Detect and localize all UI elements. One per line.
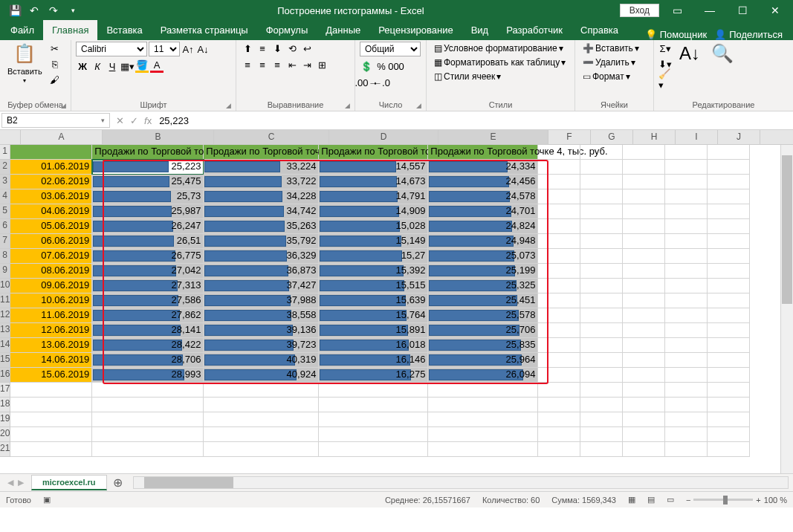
sum-icon[interactable]: Σ▾: [658, 42, 672, 55]
cell-I11[interactable]: [665, 293, 708, 308]
cell-G21[interactable]: [580, 442, 623, 457]
cell-H14[interactable]: [623, 338, 665, 353]
col-header-D[interactable]: D: [329, 130, 438, 144]
cell-A18[interactable]: [10, 398, 92, 412]
cell-J9[interactable]: [708, 264, 750, 279]
cell-I15[interactable]: [665, 353, 708, 368]
maximize-icon[interactable]: ☐: [728, 0, 757, 21]
cell-B14[interactable]: 28,422: [92, 338, 204, 353]
cell-C19[interactable]: [204, 412, 319, 427]
cell-A17[interactable]: [10, 383, 92, 398]
cell-J17[interactable]: [708, 383, 750, 398]
cell-A1[interactable]: [10, 145, 92, 160]
font-size[interactable]: 11: [149, 42, 180, 56]
tab-help[interactable]: Справка: [572, 20, 627, 40]
cell-E12[interactable]: 25,578: [428, 308, 538, 323]
cell-E1[interactable]: Продажи по Торговой точке 4, тыс. руб.: [428, 145, 538, 160]
indent-icon[interactable]: ⇥: [300, 58, 314, 71]
tellme[interactable]: 💡 Помощник: [645, 29, 708, 40]
qat-dropdown-icon[interactable]: ▾: [64, 1, 82, 19]
zoom-in-icon[interactable]: +: [756, 496, 760, 505]
cell-A15[interactable]: 14.06.2019: [10, 353, 92, 368]
col-header-I[interactable]: I: [676, 130, 718, 144]
cell-D20[interactable]: [319, 427, 428, 442]
cell-B3[interactable]: 25,475: [92, 175, 204, 189]
orient-icon[interactable]: ⟲: [285, 42, 299, 55]
cell-D14[interactable]: 16,018: [319, 338, 428, 353]
name-box[interactable]: B2▾: [1, 113, 110, 128]
cell-E15[interactable]: 25,964: [428, 353, 538, 368]
cell-B12[interactable]: 27,862: [92, 308, 204, 323]
font-name[interactable]: Calibri: [76, 42, 147, 56]
cell-A14[interactable]: 13.06.2019: [10, 338, 92, 353]
cell-B16[interactable]: 28,993: [92, 368, 204, 383]
cell-F15[interactable]: [538, 353, 580, 368]
cell-G6[interactable]: [580, 219, 623, 234]
cut-icon[interactable]: ✂: [48, 42, 62, 55]
cell-A11[interactable]: 10.06.2019: [10, 293, 92, 308]
cell-H11[interactable]: [623, 293, 665, 308]
cell-J1[interactable]: [708, 145, 750, 160]
cell-G13[interactable]: [580, 323, 623, 338]
clear-icon[interactable]: 🧹▾: [658, 73, 672, 86]
minimize-icon[interactable]: —: [695, 0, 725, 21]
vertical-scrollbar[interactable]: [780, 145, 793, 473]
align-right-icon[interactable]: ≡: [271, 58, 284, 71]
font-launcher[interactable]: ◢: [226, 102, 231, 109]
cell-E9[interactable]: 25,199: [428, 264, 538, 279]
cell-J2[interactable]: [708, 160, 750, 175]
cell-I16[interactable]: [665, 368, 708, 383]
tab-data[interactable]: Данные: [317, 20, 369, 40]
cell-I18[interactable]: [665, 398, 708, 412]
cell-C1[interactable]: Продажи по Торговой точке 2, тыс. руб.: [204, 145, 319, 160]
cell-J10[interactable]: [708, 279, 750, 293]
bold-button[interactable]: Ж: [76, 59, 89, 73]
login-button[interactable]: Вход: [620, 4, 659, 17]
cell-F9[interactable]: [538, 264, 580, 279]
cell-A19[interactable]: [10, 412, 92, 427]
cell-F14[interactable]: [538, 338, 580, 353]
underline-button[interactable]: Ч: [106, 59, 119, 73]
cell-H2[interactable]: [623, 160, 665, 175]
cell-F18[interactable]: [538, 398, 580, 412]
col-header-H[interactable]: H: [633, 130, 676, 144]
cell-G4[interactable]: [580, 189, 623, 204]
cell-E2[interactable]: 24,334: [428, 160, 538, 175]
cell-J13[interactable]: [708, 323, 750, 338]
cell-G10[interactable]: [580, 279, 623, 293]
cell-B10[interactable]: 27,313: [92, 279, 204, 293]
undo-icon[interactable]: ↶: [25, 1, 43, 19]
cancel-fx-icon[interactable]: ✕: [116, 115, 124, 126]
cell-A10[interactable]: 09.06.2019: [10, 279, 92, 293]
formula-input[interactable]: [158, 114, 793, 128]
col-header-F[interactable]: F: [548, 130, 591, 144]
cell-H6[interactable]: [623, 219, 665, 234]
cell-A13[interactable]: 12.06.2019: [10, 323, 92, 338]
copy-icon[interactable]: ⎘: [48, 57, 62, 71]
cell-E7[interactable]: 24,948: [428, 234, 538, 249]
cell-I2[interactable]: [665, 160, 708, 175]
painter-icon[interactable]: 🖌: [48, 73, 62, 86]
dec-decimal-icon[interactable]: ←.0: [375, 76, 388, 89]
cell-A6[interactable]: 05.06.2019: [10, 219, 92, 234]
cell-G14[interactable]: [580, 338, 623, 353]
tab-view[interactable]: Вид: [462, 20, 498, 40]
cell-H13[interactable]: [623, 323, 665, 338]
cell-B6[interactable]: 26,247: [92, 219, 204, 234]
cell-B8[interactable]: 26,775: [92, 249, 204, 264]
cell-D11[interactable]: 15,639: [319, 293, 428, 308]
cell-I7[interactable]: [665, 234, 708, 249]
inc-decimal-icon[interactable]: .00→: [360, 76, 373, 89]
cell-H9[interactable]: [623, 264, 665, 279]
cell-H17[interactable]: [623, 383, 665, 398]
share-button[interactable]: 👤 Поделиться: [714, 29, 783, 40]
redo-icon[interactable]: ↷: [45, 1, 62, 19]
cell-I21[interactable]: [665, 442, 708, 457]
cell-G3[interactable]: [580, 175, 623, 189]
align-center-icon[interactable]: ≡: [256, 58, 269, 71]
cell-J21[interactable]: [708, 442, 750, 457]
cell-E16[interactable]: 26,094: [428, 368, 538, 383]
cell-J8[interactable]: [708, 249, 750, 264]
cell-B20[interactable]: [92, 427, 204, 442]
merge-icon[interactable]: ⊞: [315, 58, 328, 71]
